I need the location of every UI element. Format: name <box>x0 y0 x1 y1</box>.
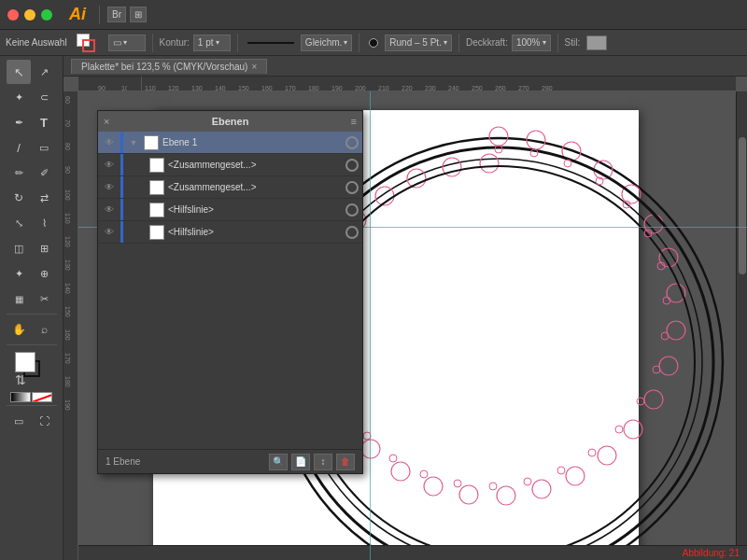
gradient-tool[interactable]: ◫ <box>7 236 31 260</box>
tool-row-9: ✦ ⊕ <box>7 261 56 286</box>
tool-row-1: ↖ ↗ <box>7 60 56 84</box>
style-label: Stil: <box>565 37 581 48</box>
layers-panel: × Ebenen ≡ 👁 ▼ Ebene 1 👁 <box>97 110 363 474</box>
fill-swatch[interactable] <box>15 352 35 372</box>
opacity-label: Deckkraft: <box>466 37 508 48</box>
sublayer-row-3[interactable]: 👁 <Hilfslinie> <box>98 199 362 221</box>
hand-tool[interactable]: ✋ <box>7 317 31 342</box>
scale-tool[interactable]: ⤡ <box>7 211 31 235</box>
document-tab[interactable]: Plakette* bei 123,5 % (CMYK/Vorschau) × <box>71 59 267 74</box>
zoom-tool[interactable]: ⌕ <box>32 317 56 342</box>
sublayer-target-2[interactable] <box>345 181 359 194</box>
app-logo: Ai <box>69 5 86 24</box>
svg-point-32 <box>480 154 499 173</box>
svg-point-20 <box>391 462 410 481</box>
normal-mode-button[interactable]: ▭ <box>7 409 31 433</box>
reflect-tool[interactable]: ⇄ <box>32 186 56 210</box>
layer-expand-icon-1[interactable]: ▼ <box>127 136 140 149</box>
mesh-tool[interactable]: ⊞ <box>32 236 56 260</box>
layers-panel-titlebar[interactable]: × Ebenen ≡ <box>98 111 362 132</box>
line-style-value: Gleichm. <box>305 37 342 48</box>
layer-visibility-icon-1[interactable]: 👁 <box>102 135 117 150</box>
layer-thumbnail-1 <box>144 135 159 150</box>
eyedropper-tool[interactable]: ✦ <box>7 261 31 286</box>
layers-footer-buttons: 🔍 📄 ↕ 🗑 <box>269 454 355 470</box>
minimize-button[interactable] <box>24 9 35 21</box>
sublayer-visibility-3[interactable]: 👁 <box>102 203 117 217</box>
pencil-tool[interactable]: ✐ <box>32 161 56 185</box>
titlebar: Ai Br ⊞ <box>0 0 747 30</box>
toolbar-separator3 <box>359 34 359 52</box>
tool-separator <box>7 314 57 315</box>
sublayer-visibility-4[interactable]: 👁 <box>102 225 117 240</box>
sublayer-visibility-1[interactable]: 👁 <box>102 158 117 173</box>
direct-select-tool[interactable]: ↗ <box>32 60 56 84</box>
fullscreen-button[interactable]: ⛶ <box>32 409 56 433</box>
svg-point-47 <box>588 449 596 456</box>
pen-tool[interactable]: ✒ <box>7 110 31 134</box>
line-tool[interactable]: / <box>7 135 31 160</box>
stroke-color-box[interactable] <box>82 39 95 52</box>
opacity-value: 100% <box>516 37 541 48</box>
svg-point-14 <box>598 446 616 465</box>
color-swatch-area: ⇅ <box>15 352 49 385</box>
sublayer-name-3: <Hilfslinie> <box>168 204 342 215</box>
vertical-scrollbar-thumb[interactable] <box>739 137 746 274</box>
type-tool[interactable]: T <box>32 110 56 134</box>
line-style-dropdown[interactable]: Gleichm. ▾ <box>301 35 352 51</box>
selection-label: Keine Auswahl <box>6 37 67 48</box>
svg-point-21 <box>361 440 380 458</box>
blend-tool[interactable]: ⊕ <box>32 261 56 286</box>
layers-close-button[interactable]: × <box>104 116 109 127</box>
chart-tool[interactable]: ▦ <box>7 287 31 311</box>
maximize-button[interactable] <box>41 9 52 21</box>
tool-row-11: ✋ ⌕ <box>7 317 56 342</box>
magic-wand-tool[interactable]: ✦ <box>7 85 31 109</box>
paintbrush-tool[interactable]: ✏ <box>7 161 31 185</box>
layers-menu-button[interactable]: ≡ <box>351 116 357 127</box>
fill-stroke-widget[interactable] <box>75 32 101 54</box>
sublayer-row-1[interactable]: 👁 <Zusammengeset...> <box>98 154 362 176</box>
swap-icon[interactable]: ⇅ <box>15 372 26 387</box>
cap-style-dropdown[interactable]: Rund – 5 Pt. ▾ <box>385 35 452 51</box>
gradient-swatch[interactable] <box>10 392 31 402</box>
sublayer-name-4: <Hilfslinie> <box>168 227 342 237</box>
sublayer-target-1[interactable] <box>345 159 359 172</box>
sublayer-visibility-2[interactable]: 👁 <box>102 180 117 195</box>
svg-point-45 <box>637 398 644 405</box>
rotate-tool[interactable]: ↻ <box>7 186 31 210</box>
vertical-scrollbar[interactable] <box>736 91 747 549</box>
rect-tool[interactable]: ▭ <box>32 135 56 160</box>
stroke-width-dropdown[interactable]: 1 pt ▾ <box>193 35 231 51</box>
none-swatch[interactable] <box>32 392 52 402</box>
tool-row-8: ◫ ⊞ <box>7 236 56 260</box>
layer-row-1[interactable]: 👁 ▼ Ebene 1 <box>98 132 362 154</box>
slice-tool[interactable]: ✂ <box>32 287 56 311</box>
tool-row-3: ✒ T <box>7 110 56 134</box>
arrange-button[interactable]: ⊞ <box>130 7 147 22</box>
opacity-dropdown[interactable]: 100% ▾ <box>512 35 551 51</box>
sublayer-target-4[interactable] <box>345 226 359 239</box>
tab-close-icon[interactable]: × <box>251 62 257 72</box>
move-to-layer-button[interactable]: ↕ <box>314 454 332 470</box>
line-style-preview <box>247 42 294 44</box>
bridge-button[interactable]: Br <box>107 7 126 22</box>
tool-row-2: ✦ ⊂ <box>7 85 56 109</box>
delete-layer-button[interactable]: 🗑 <box>336 454 355 470</box>
select-tool[interactable]: ↖ <box>7 60 31 84</box>
sublayer-target-3[interactable] <box>345 203 359 217</box>
svg-point-46 <box>615 426 623 433</box>
new-layer-button[interactable]: 📄 <box>291 454 310 470</box>
lasso-tool[interactable]: ⊂ <box>32 85 56 109</box>
search-layer-button[interactable]: 🔍 <box>269 454 288 470</box>
warp-tool[interactable]: ⌇ <box>32 211 56 235</box>
sublayer-row-2[interactable]: 👁 <Zusammengeset...> <box>98 176 362 199</box>
close-button[interactable] <box>7 9 19 21</box>
svg-point-48 <box>557 467 565 474</box>
layer-target-1[interactable] <box>345 136 359 149</box>
svg-point-44 <box>653 366 660 373</box>
stroke-type-dropdown[interactable]: ▭ ▾ <box>108 35 146 51</box>
sublayer-row-4[interactable]: 👁 <Hilfslinie> <box>98 221 362 244</box>
layers-count: 1 Ebene <box>106 456 140 467</box>
top-toolbar: Keine Auswahl ▭ ▾ Kontur: 1 pt ▾ Gleichm… <box>0 30 747 56</box>
